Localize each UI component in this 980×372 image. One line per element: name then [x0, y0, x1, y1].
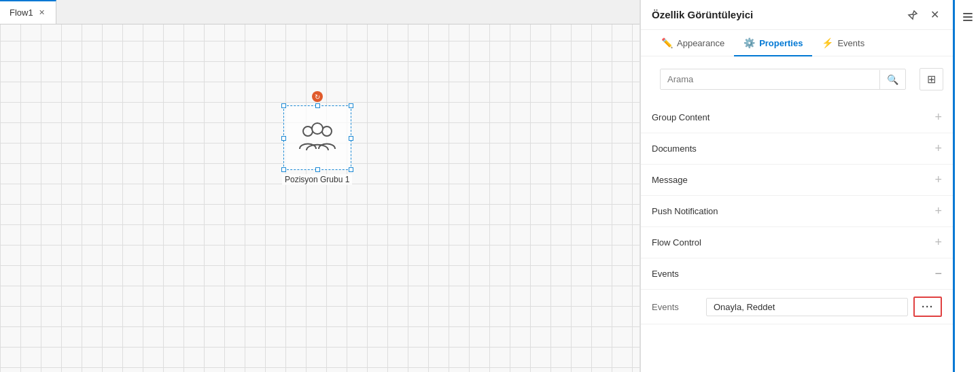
prop-label-group-content: Group Content: [652, 112, 710, 122]
prop-row-push-notification[interactable]: Push Notification +: [641, 196, 953, 227]
handle-tr[interactable]: [349, 103, 353, 108]
tab-bar: Flow1 ✕: [0, 0, 640, 24]
prop-label-message: Message: [652, 175, 688, 185]
handle-mr[interactable]: [349, 136, 353, 141]
prop-row-events[interactable]: Events −: [641, 258, 953, 290]
events-detail-label: Events: [652, 302, 706, 312]
handle-bm[interactable]: [315, 167, 320, 172]
group-icon: [297, 119, 338, 156]
handle-bl[interactable]: [281, 167, 286, 172]
events-more-button[interactable]: ···: [913, 297, 942, 317]
tab-properties-label: Properties: [759, 38, 803, 48]
appearance-icon: ✏️: [661, 37, 673, 48]
pin-icon: [907, 10, 918, 20]
search-button[interactable]: 🔍: [879, 70, 905, 89]
prop-label-push-notification: Push Notification: [652, 206, 718, 216]
panel-tabs: ✏️ Appearance ⚙️ Properties ⚡ Events: [641, 30, 953, 56]
prop-label-events: Events: [652, 269, 679, 279]
prop-label-documents: Documents: [652, 143, 697, 154]
prop-action-message[interactable]: +: [934, 173, 942, 187]
svg-rect-4: [963, 16, 973, 18]
close-panel-button[interactable]: ✕: [928, 7, 942, 22]
tab-events-label: Events: [837, 38, 864, 48]
handle-tl[interactable]: [281, 103, 286, 108]
tab-flow1-label: Flow1: [10, 7, 33, 18]
handle-tm[interactable]: [315, 103, 320, 108]
tab-properties[interactable]: ⚙️ Properties: [734, 31, 812, 56]
prop-row-group-content[interactable]: Group Content +: [641, 102, 953, 133]
tab-events[interactable]: ⚡ Events: [812, 31, 874, 56]
prop-action-events[interactable]: −: [934, 267, 942, 281]
prop-label-flow-control: Flow Control: [652, 237, 701, 248]
tab-flow1[interactable]: Flow1 ✕: [0, 0, 56, 24]
tab-close-icon[interactable]: ✕: [37, 7, 46, 18]
rotate-handle[interactable]: ↻: [312, 91, 323, 102]
tab-appearance[interactable]: ✏️ Appearance: [652, 31, 734, 56]
prop-row-documents[interactable]: Documents +: [641, 133, 953, 165]
search-input[interactable]: [661, 69, 879, 89]
handle-ml[interactable]: [281, 136, 286, 141]
search-bar: 🔍: [660, 69, 906, 90]
prop-action-push-notification[interactable]: +: [934, 204, 942, 218]
right-panel: Özellik Görüntüleyici ✕ ✏️ Appearance ⚙️…: [640, 0, 953, 372]
svg-point-0: [303, 126, 313, 136]
prop-action-documents[interactable]: +: [934, 141, 942, 156]
element-box[interactable]: ↻: [283, 105, 351, 170]
panel-title: Özellik Görüntüleyici: [652, 9, 753, 20]
svg-point-1: [322, 126, 332, 136]
events-detail-row: Events Onayla, Reddet ···: [641, 290, 953, 324]
far-right-panel: [953, 0, 980, 372]
canvas-grid: [0, 0, 640, 372]
element-label: Pozisyon Grubu 1: [282, 174, 352, 185]
tab-appearance-label: Appearance: [677, 38, 724, 48]
far-right-list-icon[interactable]: [958, 7, 978, 30]
search-row: 🔍 ⊞: [641, 56, 953, 102]
prop-list: Group Content + Documents + Message + Pu…: [641, 102, 953, 372]
svg-rect-3: [963, 13, 973, 14]
svg-rect-5: [963, 20, 973, 21]
prop-action-group-content[interactable]: +: [934, 110, 942, 124]
panel-header: Özellik Görüntüleyici ✕: [641, 0, 953, 30]
events-detail-value: Onayla, Reddet: [706, 298, 908, 316]
handle-br[interactable]: [349, 167, 353, 172]
list-icon: [962, 11, 974, 23]
panel-header-actions: ✕: [905, 7, 942, 22]
add-property-button[interactable]: ⊞: [920, 68, 943, 90]
properties-icon: ⚙️: [743, 37, 755, 48]
prop-row-flow-control[interactable]: Flow Control +: [641, 227, 953, 258]
events-tab-icon: ⚡: [822, 37, 833, 48]
svg-point-2: [312, 123, 323, 134]
prop-row-message[interactable]: Message +: [641, 165, 953, 196]
pin-button[interactable]: [905, 8, 921, 22]
canvas-area: Flow1 ✕ ↻: [0, 0, 640, 372]
prop-action-flow-control[interactable]: +: [934, 235, 942, 250]
canvas-element[interactable]: ↻ Pozisyon Grubu 1: [282, 105, 352, 185]
